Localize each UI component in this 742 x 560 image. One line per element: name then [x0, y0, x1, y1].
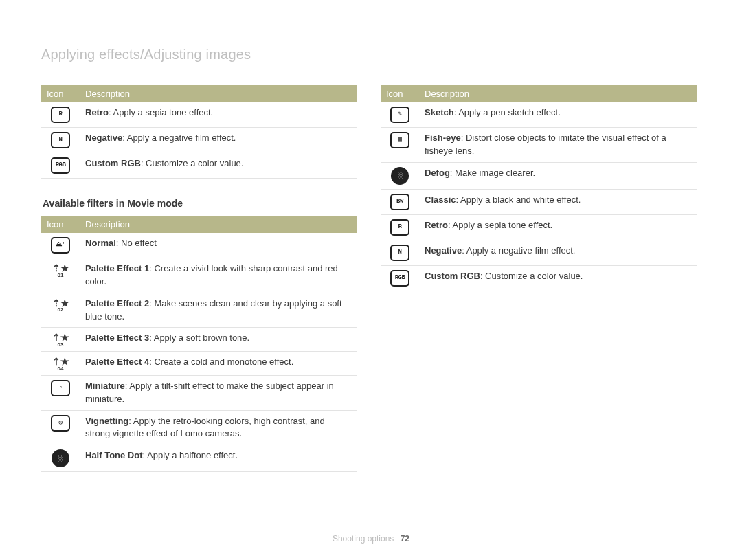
footer-page-number: 72	[401, 534, 409, 544]
filter-name: Retro	[425, 220, 448, 230]
palette-effect-icon: ⇡★02	[52, 299, 69, 313]
filter-name: Defog	[425, 168, 450, 178]
icon-cell: ⛰⁺	[41, 233, 80, 258]
th-description: Description	[80, 85, 357, 102]
filter-name: Palette Effect 1	[85, 263, 149, 273]
filter-description: : Distort close objects to imitate the v…	[425, 133, 666, 156]
table-row: ⛰⁺Normal: No effect	[41, 233, 357, 258]
filter-name: Retro	[85, 107, 109, 117]
icon-cell: RGB	[41, 153, 80, 179]
icon-cell: BW	[381, 189, 419, 214]
filter-icon: ░	[391, 167, 409, 185]
table-row: RGBCustom RGB: Customize a color value.	[41, 153, 357, 179]
filter-description: : Customize a color value.	[480, 271, 583, 281]
description-cell: Palette Effect 3: Apply a soft brown ton…	[80, 328, 357, 352]
filter-name: Custom RGB	[425, 271, 480, 281]
filter-icon: ▦	[390, 132, 409, 148]
filter-name: Negative	[425, 245, 462, 256]
icon-cell: ◎	[41, 410, 80, 445]
description-cell: Classic: Apply a black and white effect.	[419, 189, 697, 214]
table-filters-right: Icon Description ✎Sketch: Apply a pen sk…	[381, 85, 697, 291]
icon-cell: ▫	[41, 375, 80, 410]
filter-icon: RGB	[51, 157, 70, 174]
filter-icon: R	[390, 219, 409, 236]
description-cell: Custom RGB: Customize a color value.	[419, 265, 697, 291]
filter-name: Normal	[85, 238, 116, 248]
icon-cell: N	[41, 128, 80, 153]
description-cell: Miniature: Apply a tilt-shift effect to …	[80, 375, 357, 410]
filter-icon: ✎	[390, 107, 409, 123]
table-row: ▦Fish-eye: Distort close objects to imit…	[381, 128, 697, 163]
table-row: ✎Sketch: Apply a pen sketch effect.	[381, 102, 697, 128]
filter-description: : Apply a negative film effect.	[122, 133, 236, 143]
description-cell: Custom RGB: Customize a color value.	[80, 153, 357, 179]
description-cell: Negative: Apply a negative film effect.	[419, 240, 697, 265]
page-footer: Shooting options 72	[0, 534, 742, 544]
palette-effect-icon: ⇡★01	[52, 264, 69, 278]
filter-description: : Customize a color value.	[141, 158, 244, 168]
icon-cell: R	[381, 214, 419, 240]
icon-cell: ✎	[381, 102, 419, 128]
table-row: NNegative: Apply a negative film effect.	[381, 240, 697, 265]
right-column: Icon Description ✎Sketch: Apply a pen sk…	[381, 85, 697, 472]
description-cell: Defog: Make image clearer.	[419, 162, 697, 189]
table-movie-filters: Icon Description ⛰⁺Normal: No effect⇡★01…	[41, 216, 357, 472]
icon-cell: N	[381, 240, 419, 265]
table-row: ⇡★04Palette Effect 4: Create a cold and …	[41, 352, 357, 376]
filter-icon: RGB	[390, 270, 409, 287]
filter-description: : Apply a halftone effect.	[143, 450, 238, 460]
filter-name: Fish-eye	[425, 133, 461, 143]
icon-cell: ⇡★01	[41, 258, 80, 293]
icon-cell: ⇡★03	[41, 328, 80, 352]
table-row: ▫Miniature: Apply a tilt-shift effect to…	[41, 375, 357, 410]
filter-description: : Apply a sepia tone effect.	[109, 107, 213, 117]
filter-icon: N	[390, 245, 409, 261]
filter-description: : Apply a soft brown tone.	[149, 333, 249, 343]
icon-cell: ⇡★04	[41, 352, 80, 376]
table-row: ░Half Tone Dot: Apply a halftone effect.	[41, 445, 357, 472]
icon-cell: ░	[381, 162, 419, 189]
th-icon: Icon	[41, 85, 80, 102]
palette-effect-icon: ⇡★03	[52, 333, 69, 347]
th-description: Description	[80, 216, 357, 233]
filter-description: : Apply a pen sketch effect.	[454, 107, 561, 117]
description-cell: Negative: Apply a negative film effect.	[80, 128, 357, 153]
th-icon: Icon	[381, 85, 419, 102]
filter-icon: ◎	[51, 415, 70, 432]
description-cell: Retro: Apply a sepia tone effect.	[80, 102, 357, 128]
icon-cell: ⇡★02	[41, 293, 80, 328]
table-row: RGBCustom RGB: Customize a color value.	[381, 265, 697, 291]
table-row: ⇡★03Palette Effect 3: Apply a soft brown…	[41, 328, 357, 352]
table-row: ⇡★02Palette Effect 2: Make scenes clean …	[41, 293, 357, 328]
filter-icon: ░	[52, 449, 69, 467]
description-cell: Palette Effect 2: Make scenes clean and …	[80, 293, 357, 328]
description-cell: Palette Effect 1: Create a vivid look wi…	[80, 258, 357, 293]
page-title: Applying effects/Adjusting images	[41, 47, 701, 67]
filter-description: : Apply a black and white effect.	[456, 194, 581, 205]
filter-name: Sketch	[425, 107, 454, 117]
icon-cell: ░	[41, 445, 80, 472]
description-cell: Half Tone Dot: Apply a halftone effect.	[80, 445, 357, 472]
filter-icon: ⛰⁺	[51, 237, 70, 254]
filter-name: Negative	[85, 133, 122, 143]
filter-description: : Apply a sepia tone effect.	[448, 220, 552, 230]
table-filters-top: Icon Description RRetro: Apply a sepia t…	[41, 85, 357, 179]
description-cell: Sketch: Apply a pen sketch effect.	[419, 102, 697, 128]
table-row: RRetro: Apply a sepia tone effect.	[41, 102, 357, 128]
filter-icon: N	[51, 132, 70, 148]
filter-description: : No effect	[116, 238, 157, 248]
icon-cell: ▦	[381, 128, 419, 163]
description-cell: Fish-eye: Distort close objects to imita…	[419, 128, 697, 163]
filter-name: Palette Effect 3	[85, 333, 149, 343]
th-description: Description	[419, 85, 697, 102]
filter-name: Custom RGB	[85, 158, 141, 168]
footer-section: Shooting options	[333, 534, 394, 544]
filter-name: Half Tone Dot	[85, 450, 143, 460]
icon-cell: RGB	[381, 265, 419, 291]
table-row: NNegative: Apply a negative film effect.	[41, 128, 357, 153]
filter-name: Miniature	[85, 381, 125, 391]
table-row: ⇡★01Palette Effect 1: Create a vivid loo…	[41, 258, 357, 293]
table-row: ◎Vignetting: Apply the retro-looking col…	[41, 410, 357, 445]
description-cell: Normal: No effect	[80, 233, 357, 258]
left-column: Icon Description RRetro: Apply a sepia t…	[41, 85, 357, 472]
